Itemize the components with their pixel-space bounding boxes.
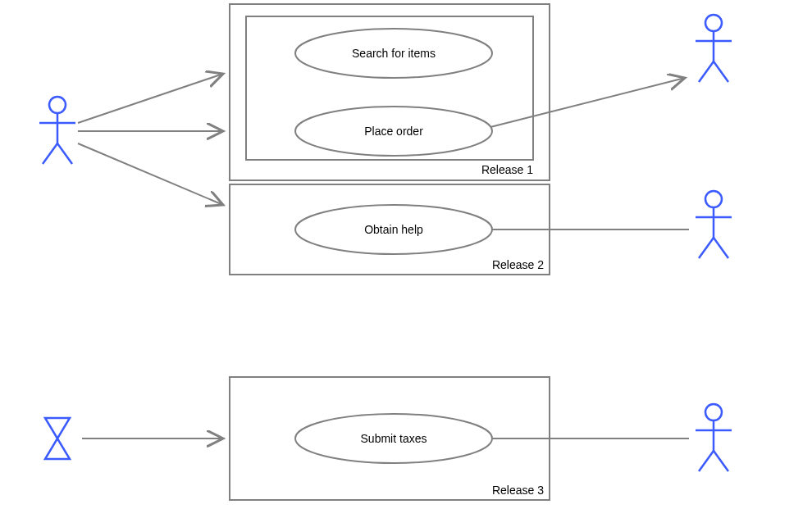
connector-actor-to-release2 bbox=[78, 143, 223, 205]
svg-line-9 bbox=[714, 61, 728, 82]
svg-line-8 bbox=[699, 61, 714, 82]
actor-right-top bbox=[696, 15, 732, 82]
svg-line-3 bbox=[43, 143, 57, 164]
obtain-help-label: Obtain help bbox=[364, 223, 423, 236]
svg-point-5 bbox=[705, 15, 722, 31]
connector-place-order-to-actor bbox=[490, 78, 685, 127]
actor-right-middle bbox=[696, 191, 732, 258]
use-case-diagram: Release 1 Release 2 Release 3 Search for… bbox=[0, 0, 812, 518]
svg-point-0 bbox=[49, 97, 66, 113]
release-2-label: Release 2 bbox=[492, 258, 544, 271]
svg-point-10 bbox=[705, 191, 722, 207]
release-3-label: Release 3 bbox=[492, 484, 544, 497]
connector-actor-to-release1 bbox=[78, 74, 223, 123]
place-order-label: Place order bbox=[364, 125, 423, 138]
svg-point-15 bbox=[705, 404, 722, 420]
svg-line-19 bbox=[714, 451, 728, 471]
release-1-inner-boundary bbox=[246, 16, 533, 160]
release-1-label: Release 1 bbox=[481, 163, 533, 176]
release-1-boundary bbox=[230, 4, 550, 180]
svg-line-4 bbox=[57, 143, 72, 164]
svg-line-13 bbox=[699, 238, 714, 258]
submit-taxes-label: Submit taxes bbox=[361, 432, 427, 445]
svg-line-18 bbox=[699, 451, 714, 471]
actor-left bbox=[39, 97, 75, 164]
actor-right-bottom bbox=[696, 404, 732, 471]
search-label: Search for items bbox=[352, 47, 436, 60]
timer-icon bbox=[45, 418, 70, 459]
svg-line-14 bbox=[714, 238, 728, 258]
